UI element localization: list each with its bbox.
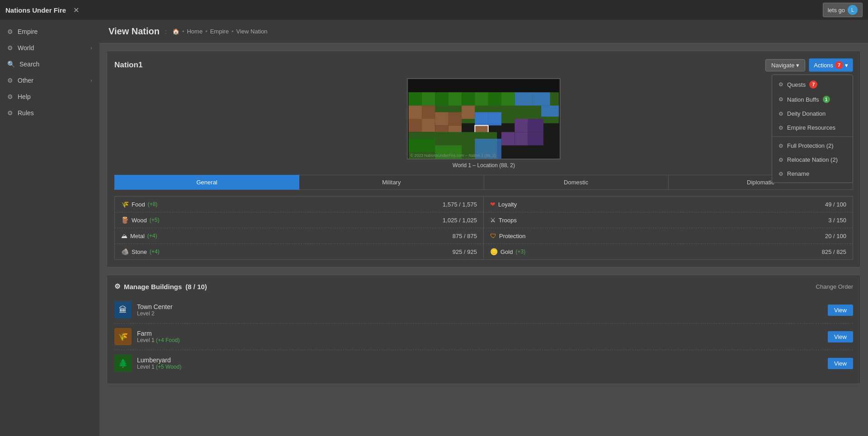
metal-icon: ⛰ — [121, 232, 127, 239]
lumberyard-info: Lumberyard Level 1 (+5 Wood) — [137, 356, 822, 370]
farm-level: Level 1 (+4 Food) — [137, 337, 822, 343]
relocate-nation-icon: ⚙ — [778, 157, 783, 163]
change-order-button[interactable]: Change Order — [816, 283, 853, 290]
sidebar-item-help[interactable]: ⚙ Help — [0, 89, 99, 105]
sidebar: ⚙ Empire ⚙ World › 🔍 Search ⚙ Other › — [0, 20, 99, 436]
content-area: View Nation : 🏠 • Home • Empire • View N… — [99, 20, 868, 436]
quests-icon: ⚙ — [778, 81, 783, 88]
lumberyard-view-button[interactable]: View — [828, 358, 853, 369]
dropdown-deity-donation[interactable]: ⚙ Deity Donation — [772, 107, 853, 121]
sidebar-item-world[interactable]: ⚙ World › — [0, 40, 99, 56]
map-canvas[interactable]: © 2023 NationsUnderFire.com – Nation 1 (… — [407, 78, 561, 159]
sidebar-item-other[interactable]: ⚙ Other › — [0, 72, 99, 89]
tabs-row: General Military Domestic Diplomatic — [114, 175, 853, 190]
resource-stone: 🪨 Stone (+4) 925 / 925 — [115, 244, 483, 259]
farm-view-button[interactable]: View — [828, 331, 853, 342]
stone-icon: 🪨 — [121, 248, 129, 255]
main-layout: ⚙ Empire ⚙ World › 🔍 Search ⚙ Other › — [0, 20, 868, 436]
world-icon: ⚙ — [7, 44, 13, 52]
building-row-town-center: 🏛 Town Center Level 2 View — [114, 297, 853, 323]
dropdown-rename[interactable]: ⚙ Rename — [772, 167, 853, 181]
lumberyard-level: Level 1 (+5 Wood) — [137, 364, 822, 370]
dropdown-quests[interactable]: ⚙ Quests 7 — [772, 77, 853, 92]
svg-rect-31 — [409, 139, 435, 152]
svg-rect-15 — [435, 112, 448, 125]
gold-value: 825 / 825 — [822, 248, 846, 255]
gold-bonus: (+3) — [515, 248, 525, 255]
lumberyard-bonus: (+5 Wood) — [156, 364, 181, 370]
nation-buffs-icon: ⚙ — [778, 96, 783, 103]
protection-name: Protection — [499, 233, 526, 239]
food-icon: 🌾 — [121, 201, 129, 208]
dropdown-full-protection[interactable]: ⚙ Full Protection (2) — [772, 139, 853, 153]
dropdown-relocate-nation[interactable]: ⚙ Relocate Nation (2) — [772, 153, 853, 167]
svg-text:© 2023 NationsUnderFire.com – : © 2023 NationsUnderFire.com – Nation 1 (… — [410, 153, 496, 158]
avatar: L — [848, 5, 858, 15]
svg-rect-16 — [448, 112, 462, 125]
svg-rect-3 — [533, 92, 550, 105]
wood-bonus: (+5) — [150, 217, 160, 223]
close-button[interactable]: ✕ — [71, 5, 82, 15]
buildings-title: ⚙ Manage Buildings (8 / 10) — [114, 282, 207, 291]
full-protection-icon: ⚙ — [778, 143, 783, 149]
lumberyard-name: Lumberyard — [137, 356, 822, 364]
resource-loyalty: ❤ Loyalty 49 / 100 — [484, 197, 853, 212]
food-bonus: (+8) — [148, 201, 158, 207]
breadcrumb-home[interactable]: Home — [187, 28, 203, 35]
nation-controls: Navigate ▾ Actions 7 ▾ ⚙ Quests 7 — [765, 58, 853, 72]
town-center-info: Town Center Level 2 — [137, 303, 822, 317]
town-center-view-button[interactable]: View — [828, 305, 853, 316]
tab-domestic[interactable]: Domestic — [484, 175, 669, 190]
actions-button[interactable]: Actions 7 ▾ — [809, 58, 853, 72]
food-value: 1,575 / 1,575 — [443, 201, 477, 208]
troops-name: Troops — [499, 217, 517, 224]
page-header: View Nation : 🏠 • Home • Empire • View N… — [99, 20, 868, 43]
wood-value: 1,025 / 1,025 — [443, 217, 477, 224]
breadcrumb-empire[interactable]: Empire — [210, 28, 229, 35]
navigate-button[interactable]: Navigate ▾ — [765, 59, 805, 71]
loyalty-icon: ❤ — [490, 201, 495, 208]
resources-right: ❤ Loyalty 49 / 100 ⚔ Troops 3 / 150 — [484, 197, 853, 259]
map-label: World 1 – Location (88, 2) — [453, 162, 515, 169]
dropdown-empire-resources[interactable]: ⚙ Empire Resources — [772, 121, 853, 135]
search-icon: 🔍 — [7, 61, 15, 68]
actions-badge: 7 — [835, 61, 843, 69]
help-icon: ⚙ — [7, 93, 13, 100]
resources-left: 🌾 Food (+8) 1,575 / 1,575 🪵 Wood (+5) 1,… — [115, 197, 484, 259]
building-row-farm: 🌾 Farm Level 1 (+4 Food) View — [114, 323, 853, 350]
sep1: • — [182, 28, 184, 35]
stone-name: Stone — [132, 248, 147, 255]
breadcrumb-current: View Nation — [236, 28, 267, 35]
svg-rect-7 — [435, 92, 448, 105]
rename-icon: ⚙ — [778, 171, 783, 177]
protection-value: 20 / 100 — [825, 233, 846, 239]
sep2: • — [205, 28, 208, 35]
town-center-icon: 🏛 — [114, 301, 132, 319]
sidebar-item-empire[interactable]: ⚙ Empire — [0, 23, 99, 40]
nation-card-header: Nation1 Navigate ▾ Actions 7 ▾ ⚙ — [114, 58, 853, 72]
resource-food: 🌾 Food (+8) 1,575 / 1,575 — [115, 197, 483, 212]
svg-rect-27 — [514, 132, 528, 145]
topbar-right: lets go L — [823, 3, 863, 17]
farm-name: Farm — [137, 330, 822, 337]
stone-value: 925 / 925 — [453, 248, 477, 255]
tab-general[interactable]: General — [114, 175, 299, 190]
dropdown-divider — [772, 136, 853, 137]
svg-rect-0 — [409, 79, 559, 92]
map-container: © 2023 NationsUnderFire.com – Nation 1 (… — [114, 78, 853, 169]
dropdown-nation-buffs[interactable]: ⚙ Nation Buffs 1 — [772, 92, 853, 107]
quests-badge: 7 — [809, 80, 817, 89]
sidebar-item-search[interactable]: 🔍 Search — [0, 56, 99, 72]
town-center-name: Town Center — [137, 303, 822, 310]
svg-rect-21 — [422, 119, 435, 132]
sidebar-item-rules[interactable]: ⚙ Rules — [0, 105, 99, 121]
tab-military[interactable]: Military — [299, 175, 484, 190]
resource-troops: ⚔ Troops 3 / 150 — [484, 212, 853, 228]
svg-rect-5 — [409, 92, 422, 105]
loyalty-name: Loyalty — [498, 201, 517, 208]
svg-rect-25 — [514, 119, 528, 132]
user-button[interactable]: lets go L — [823, 3, 863, 17]
svg-rect-2 — [514, 92, 532, 105]
sidebar-label-rules: Rules — [18, 109, 34, 117]
chevron-right-icon: › — [90, 45, 92, 51]
